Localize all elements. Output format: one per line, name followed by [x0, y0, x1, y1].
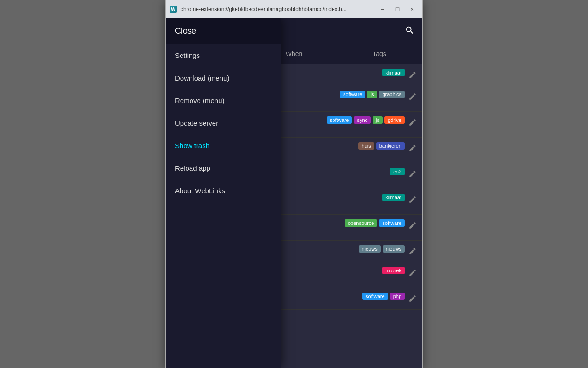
close-button[interactable]: × — [406, 3, 418, 16]
edit-button[interactable] — [408, 170, 417, 180]
edit-button[interactable] — [408, 196, 417, 206]
edit-button[interactable] — [408, 144, 417, 154]
edit-button[interactable] — [408, 118, 417, 128]
tag-badge: klimaat — [382, 69, 405, 76]
browser-window: W chrome-extension://gkebldbeodeemlanagh… — [165, 0, 423, 368]
tag-badge: software — [327, 116, 352, 124]
tag-badge: software — [340, 91, 366, 98]
edit-button[interactable] — [408, 269, 417, 279]
maximize-button[interactable]: □ — [391, 3, 404, 16]
menu-item-about[interactable]: About WebLinks — [166, 179, 281, 202]
edit-button[interactable] — [408, 92, 417, 103]
tag-badge: graphics — [379, 91, 405, 98]
tag-badge: muziek — [382, 267, 405, 274]
tag-badge: nieuws — [383, 245, 405, 253]
url-bar: chrome-extension://gkebldbeodeemlanaghoo… — [181, 6, 373, 12]
menu-item-reload-app[interactable]: Reload app — [166, 157, 281, 179]
tag-badge: nieuws — [359, 245, 381, 253]
menu-close-button[interactable]: Close — [166, 18, 281, 44]
tag-badge: co2 — [390, 168, 405, 175]
tag-badge: huis — [358, 142, 374, 150]
menu-item-show-trash[interactable]: Show trash — [166, 134, 281, 157]
minimize-button[interactable]: − — [376, 3, 389, 16]
tab-tags[interactable]: Tags — [337, 45, 422, 64]
tag-badge: js — [367, 91, 377, 98]
tag-badge: opensource — [345, 219, 378, 227]
edit-button[interactable] — [408, 221, 417, 231]
tag-badge: software — [362, 293, 388, 300]
edit-button[interactable] — [408, 71, 417, 81]
tag-badge: php — [390, 293, 405, 300]
menu-item-update-server[interactable]: Update server — [166, 112, 281, 134]
window-controls: − □ × — [376, 3, 418, 16]
menu-item-remove[interactable]: Remove (menu) — [166, 89, 281, 112]
menu-item-settings[interactable]: Settings — [166, 44, 281, 67]
menu-item-download[interactable]: Download (menu) — [166, 67, 281, 89]
title-bar: W chrome-extension://gkebldbeodeemlanagh… — [166, 0, 422, 18]
tag-badge: gdrive — [384, 116, 405, 124]
extension-favicon: W — [170, 6, 177, 13]
dropdown-menu: Close SettingsDownload (menu)Remove (men… — [166, 18, 281, 368]
app-content: tegories When Tags klimaatsoftwarejsgrap… — [166, 18, 422, 368]
tag-badge: bankieren — [376, 142, 405, 150]
tag-badge: sync — [354, 116, 371, 124]
tag-badge: klimaat — [382, 194, 405, 201]
edit-button[interactable] — [408, 247, 417, 257]
tag-badge: software — [379, 219, 405, 227]
search-button[interactable] — [405, 25, 415, 38]
tag-badge: js — [373, 116, 383, 124]
edit-button[interactable] — [408, 294, 417, 305]
